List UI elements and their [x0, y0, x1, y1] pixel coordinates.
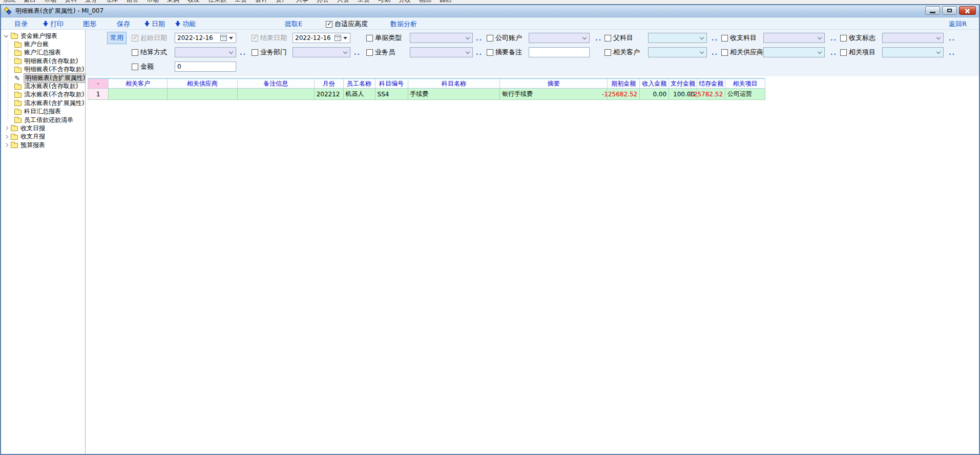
minimize-button[interactable] — [925, 6, 940, 15]
sidebar-item-daily-report[interactable]: 收支日报 — [1, 124, 85, 132]
salesman-checkbox[interactable] — [366, 49, 373, 56]
cell-subject-code[interactable]: SS4 — [376, 89, 408, 99]
salesman-select[interactable] — [410, 47, 473, 57]
menu-item[interactable]: 工资 — [235, 0, 247, 4]
cell-project[interactable]: 公司运营 — [725, 89, 765, 99]
menu-item[interactable]: 窗口 — [24, 0, 36, 4]
cell-opening-amount[interactable]: -125682.52 — [608, 89, 640, 99]
menu-item[interactable]: 系统 — [3, 0, 15, 4]
inout-subject-checkbox[interactable] — [721, 35, 728, 42]
menu-item[interactable]: 采购 — [167, 0, 179, 4]
sidebar-item-fund-account-reports[interactable]: 资金账户报表 — [1, 32, 85, 40]
menu-item[interactable]: 收发 — [187, 0, 200, 4]
menu-item[interactable]: 人资 — [337, 0, 349, 4]
sidebar-item-budget-report[interactable]: 预算报表 — [1, 141, 85, 149]
chevron-right-icon[interactable] — [4, 135, 8, 139]
related-project-select[interactable] — [882, 47, 944, 57]
sidebar-item-flow-with-deposit[interactable]: 流水账表(含存取款) — [1, 82, 85, 90]
browse-dots[interactable]: .. — [949, 49, 955, 56]
calendar-icon[interactable] — [335, 35, 341, 41]
amount-checkbox[interactable] — [132, 64, 138, 70]
menu-item[interactable]: 园区 — [440, 0, 452, 4]
inout-subject-select[interactable] — [763, 33, 825, 43]
print-button[interactable]: 打印 — [43, 19, 64, 29]
browse-dots[interactable]: .. — [476, 49, 483, 56]
menu-item[interactable]: 资产 — [276, 0, 288, 4]
summary-note-checkbox[interactable] — [487, 49, 493, 56]
browse-dots[interactable]: .. — [949, 35, 955, 42]
dropdown-arrow-icon[interactable] — [343, 37, 347, 39]
browse-dots[interactable]: .. — [476, 35, 483, 42]
maximize-button[interactable] — [942, 6, 957, 15]
sidebar-item-detail-without-deposit[interactable]: 明细账表(不含存取款) — [1, 66, 85, 74]
browse-dots[interactable]: .. — [830, 35, 837, 42]
column-header-rownum[interactable]: - — [88, 79, 109, 88]
business-dept-select[interactable] — [293, 47, 350, 57]
sidebar-item-employee-loans[interactable]: 员工借款还款清单 — [1, 116, 85, 124]
graph-button[interactable]: 图形 — [83, 19, 96, 29]
menu-item[interactable]: 业务 — [85, 0, 97, 4]
menu-item[interactable]: 仓库 — [106, 0, 118, 4]
related-supplier-select[interactable] — [763, 47, 825, 57]
menu-item[interactable]: 销售 — [126, 0, 138, 4]
column-header-income[interactable]: 收入金额 — [640, 79, 669, 88]
function-button[interactable]: 功能 — [175, 19, 196, 29]
browse-dots[interactable]: .. — [712, 35, 718, 42]
browse-dots[interactable]: .. — [240, 49, 246, 56]
end-date-checkbox[interactable] — [252, 35, 258, 42]
save-button[interactable]: 保存 — [117, 19, 130, 29]
menu-item[interactable]: 会计 — [255, 0, 267, 4]
inout-subject-checkbox-group[interactable]: 收支科目 — [721, 33, 757, 43]
company-account-checkbox-group[interactable]: 公司账户 — [487, 33, 522, 43]
related-customer-checkbox-group[interactable]: 相关客户 — [604, 47, 640, 57]
end-date-checkbox-group[interactable]: 结束日期 — [252, 33, 287, 43]
column-header-note[interactable]: 备注信息 — [238, 79, 315, 88]
amount-input[interactable]: 0 — [175, 61, 236, 72]
sidebar-item-account-ledger[interactable]: 账户台账 — [1, 40, 85, 48]
browse-dots[interactable]: .. — [595, 35, 602, 42]
company-account-checkbox[interactable] — [487, 35, 493, 42]
menu-item[interactable]: 资料 — [65, 0, 77, 4]
menu-item[interactable]: 考勤 — [378, 0, 390, 4]
chevron-right-icon[interactable] — [4, 143, 8, 147]
doc-type-checkbox-group[interactable]: 单据类型 — [366, 33, 402, 43]
start-date-picker[interactable]: 2022-12-16 — [175, 33, 236, 43]
table-row[interactable]: 1 202212 机器人 SS4 手续费 银行手续费 -125682.52 0.… — [88, 89, 765, 100]
cell-supplier[interactable] — [168, 89, 238, 99]
cell-month[interactable]: 202212 — [315, 89, 344, 99]
column-header-customer[interactable]: 相关客户 — [109, 79, 168, 88]
sidebar-item-detail-extended-selected[interactable]: 明细账表(含扩展属性) — [1, 74, 85, 82]
date-button[interactable]: 日期 — [144, 19, 165, 29]
column-header-employee[interactable]: 员工名称 — [344, 79, 376, 88]
column-header-balance[interactable]: 结存金额 — [697, 79, 725, 88]
browse-dots[interactable]: .. — [712, 49, 718, 56]
sidebar-item-flow-without-deposit[interactable]: 流水账表(不含存取款) — [1, 91, 85, 99]
business-dept-checkbox[interactable] — [252, 49, 258, 56]
sidebar-item-subject-summary[interactable]: 科目汇总报表 — [1, 108, 85, 116]
browse-dots[interactable]: .. — [354, 49, 361, 56]
browse-dots[interactable]: .. — [830, 49, 837, 56]
start-date-checkbox[interactable] — [132, 35, 138, 42]
start-date-checkbox-group[interactable]: 起始日期 — [132, 33, 167, 43]
related-customer-checkbox[interactable] — [604, 49, 611, 56]
company-account-select[interactable] — [529, 33, 590, 43]
extract-button[interactable]: 提取E — [285, 19, 302, 29]
column-header-summary[interactable]: 摘要 — [500, 79, 608, 88]
end-date-picker[interactable]: 2022-12-16 — [293, 33, 350, 43]
inout-flag-checkbox[interactable] — [840, 35, 847, 42]
cell-income-amount[interactable]: 0.00 — [640, 89, 669, 99]
menu-item[interactable]: 往来款 — [208, 0, 226, 4]
menu-item[interactable]: 分校 — [399, 0, 411, 4]
settle-method-select[interactable] — [175, 47, 236, 57]
column-header-payment[interactable]: 支付金额 — [669, 79, 697, 88]
related-supplier-checkbox-group[interactable]: 相关供应商 — [721, 47, 763, 57]
close-button[interactable] — [959, 6, 976, 15]
tab-common[interactable]: 常用 — [107, 32, 127, 44]
menu-item[interactable]: 市场 — [147, 0, 159, 4]
related-supplier-checkbox[interactable] — [721, 49, 728, 56]
column-header-subject-name[interactable]: 科目名称 — [408, 79, 501, 88]
cell-summary[interactable]: 银行手续费 — [500, 89, 608, 99]
summary-note-input[interactable] — [529, 47, 590, 57]
sidebar-item-flow-extended[interactable]: 流水账表(含扩展属性) — [1, 99, 85, 107]
column-header-opening[interactable]: 期初金额 — [608, 79, 640, 88]
